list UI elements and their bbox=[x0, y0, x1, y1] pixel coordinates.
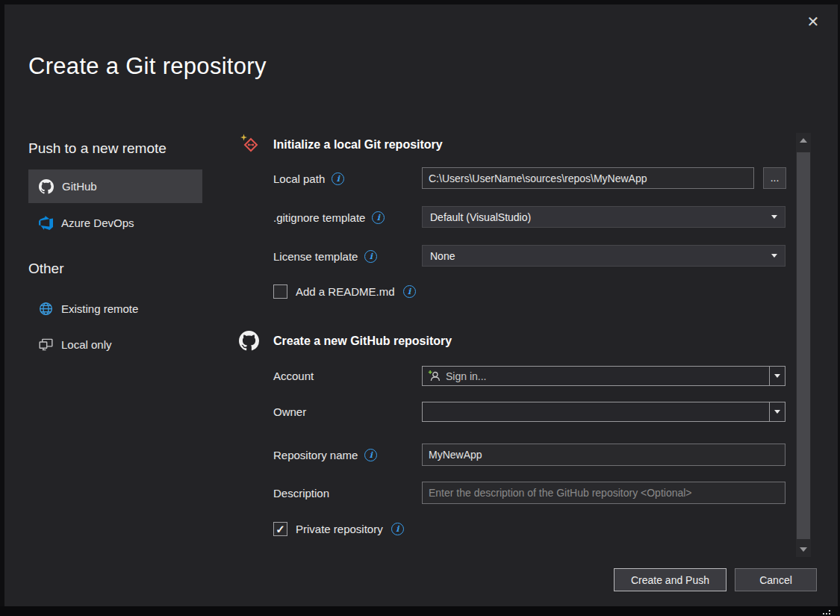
cancel-button[interactable]: Cancel bbox=[735, 568, 817, 591]
vertical-scrollbar[interactable] bbox=[796, 133, 811, 557]
readme-check-row: Add a README.md i bbox=[273, 284, 416, 299]
sidebar-item-label: GitHub bbox=[62, 180, 97, 193]
private-repository-label: Private repository bbox=[296, 523, 383, 535]
sidebar-item-existing-remote[interactable]: Existing remote bbox=[28, 292, 202, 325]
git-repository-icon bbox=[240, 134, 259, 153]
azure-devops-icon bbox=[39, 216, 53, 230]
close-icon: ✕ bbox=[807, 13, 820, 30]
chevron-down-icon bbox=[774, 374, 780, 378]
info-icon[interactable]: i bbox=[391, 523, 404, 535]
info-icon[interactable]: i bbox=[364, 250, 377, 263]
gitignore-template-dropdown[interactable]: Default (VisualStudio) bbox=[422, 206, 785, 228]
window-frame-bottom bbox=[0, 606, 840, 616]
globe-icon bbox=[39, 302, 53, 316]
chevron-up-icon bbox=[800, 138, 807, 143]
local-path-label-row: Local path i bbox=[273, 171, 344, 186]
info-icon[interactable]: i bbox=[403, 285, 416, 298]
sidebar-item-local-only[interactable]: Local only bbox=[28, 328, 202, 361]
sidebar-item-label: Azure DevOps bbox=[61, 217, 134, 229]
local-path-input[interactable] bbox=[422, 167, 754, 189]
resize-grip[interactable] bbox=[823, 613, 824, 615]
repository-name-label: Repository name bbox=[273, 449, 358, 461]
private-check-row: ✓ Private repository i bbox=[273, 522, 404, 536]
create-and-push-button[interactable]: Create and Push bbox=[614, 568, 727, 591]
github-icon bbox=[239, 331, 259, 351]
computer-icon bbox=[39, 337, 53, 352]
license-template-dropdown[interactable]: None bbox=[422, 245, 785, 267]
sidebar-heading-push-remote: Push to a new remote bbox=[28, 140, 167, 157]
dialog-title: Create a Git repository bbox=[28, 53, 267, 80]
create-and-push-label: Create and Push bbox=[631, 574, 709, 586]
account-label-row: Account bbox=[273, 368, 314, 383]
scroll-down-button[interactable] bbox=[796, 544, 811, 556]
sidebar-heading-other: Other bbox=[28, 261, 64, 277]
info-icon[interactable]: i bbox=[364, 449, 377, 461]
scrollbar-thumb[interactable] bbox=[797, 152, 810, 539]
chevron-down-icon bbox=[771, 254, 777, 258]
info-icon[interactable]: i bbox=[332, 172, 344, 185]
chevron-down-icon bbox=[800, 547, 807, 552]
info-icon[interactable]: i bbox=[372, 211, 385, 224]
owner-combo[interactable] bbox=[422, 402, 785, 422]
sidebar-item-github[interactable]: GitHub bbox=[28, 169, 202, 203]
license-label: License template bbox=[273, 250, 358, 263]
readme-checkbox[interactable] bbox=[273, 284, 287, 299]
sidebar-item-label: Local only bbox=[61, 338, 112, 351]
scroll-up-button[interactable] bbox=[796, 134, 811, 146]
account-combo[interactable]: Sign in... bbox=[422, 366, 785, 386]
window-frame-left bbox=[0, 0, 4, 606]
github-icon bbox=[39, 179, 54, 194]
gitignore-template-value: Default (VisualStudio) bbox=[430, 211, 531, 223]
account-value: Sign in... bbox=[446, 370, 486, 382]
license-template-value: None bbox=[430, 250, 455, 262]
repository-name-label-row: Repository name i bbox=[273, 447, 377, 462]
chevron-down-icon bbox=[771, 215, 777, 219]
sidebar-item-label: Existing remote bbox=[61, 302, 138, 315]
private-repository-checkbox[interactable]: ✓ bbox=[273, 522, 287, 536]
owner-label: Owner bbox=[273, 405, 306, 418]
account-label: Account bbox=[273, 370, 314, 382]
account-dropdown-button[interactable] bbox=[769, 367, 785, 385]
readme-label: Add a README.md bbox=[296, 285, 395, 298]
description-input[interactable] bbox=[422, 482, 785, 504]
chevron-down-icon bbox=[774, 410, 780, 414]
local-path-label: Local path bbox=[273, 172, 325, 185]
description-label: Description bbox=[273, 487, 329, 500]
owner-label-row: Owner bbox=[273, 404, 306, 419]
repository-name-input[interactable] bbox=[422, 444, 785, 466]
gitignore-label-row: .gitignore template i bbox=[273, 210, 385, 225]
description-label-row: Description bbox=[273, 485, 329, 500]
sign-in-person-icon bbox=[428, 370, 441, 382]
init-section-heading: Initialize a local Git repository bbox=[273, 138, 443, 152]
owner-dropdown-button[interactable] bbox=[769, 402, 785, 421]
github-section-heading: Create a new GitHub repository bbox=[273, 335, 452, 348]
browse-label: ... bbox=[771, 172, 780, 184]
browse-button[interactable]: ... bbox=[763, 167, 786, 189]
gitignore-label: .gitignore template bbox=[273, 211, 365, 224]
check-icon: ✓ bbox=[276, 523, 285, 535]
cancel-label: Cancel bbox=[759, 574, 792, 586]
sidebar-item-azure-devops[interactable]: Azure DevOps bbox=[28, 206, 202, 240]
close-button[interactable]: ✕ bbox=[803, 12, 823, 31]
window-frame-top bbox=[0, 0, 840, 4]
license-label-row: License template i bbox=[273, 249, 377, 264]
